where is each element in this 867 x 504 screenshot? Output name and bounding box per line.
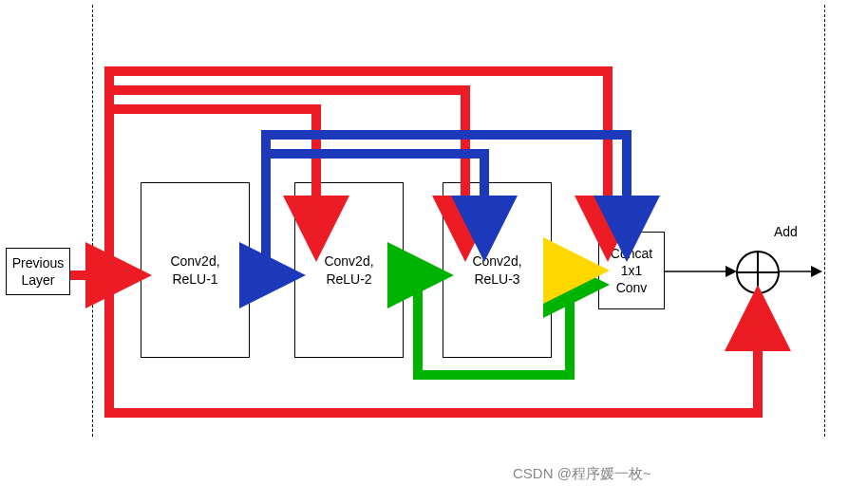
add-label: Add <box>774 224 798 239</box>
diagram-canvas: Previous Layer Conv2d, ReLU-1 Conv2d, Re… <box>0 0 867 504</box>
previous-layer-box: Previous Layer <box>6 248 70 295</box>
module-boundary-right <box>824 5 825 437</box>
concat-box: Concat 1x1 Conv <box>598 232 665 309</box>
watermark: CSDN @程序媛一枚~ <box>513 465 651 483</box>
module-boundary-left <box>92 5 93 437</box>
conv2-box: Conv2d, ReLU-2 <box>294 182 404 358</box>
conv1-box: Conv2d, ReLU-1 <box>141 182 250 358</box>
add-op <box>736 251 780 294</box>
arrow-layer <box>0 0 867 504</box>
conv3-box: Conv2d, ReLU-3 <box>443 182 552 358</box>
